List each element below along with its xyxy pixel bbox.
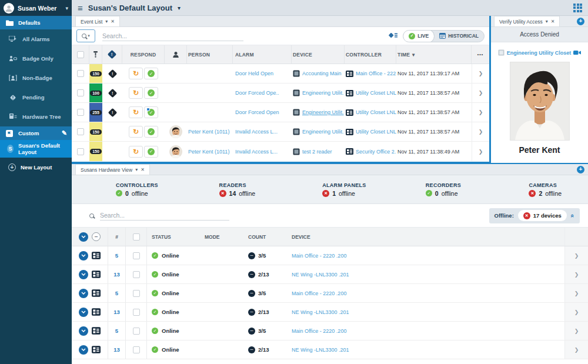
tab-dropdown-icon[interactable]: ▾ [135, 167, 138, 172]
row-expand-chevron[interactable]: ❯ [564, 322, 588, 340]
acknowledge-button[interactable]: ↻ [129, 68, 143, 79]
device-count-link[interactable]: 5 [108, 284, 126, 302]
person-column-header[interactable]: PERSON [187, 45, 233, 64]
row-expand-chevron[interactable]: ❯ [472, 64, 489, 83]
summary-cameras[interactable]: CAMERAS ✕ 2 offline [485, 182, 588, 197]
offline-filter[interactable]: Offline: ✕ 17 devices « [489, 208, 580, 223]
sidebar-item-badge-only[interactable]: Badge Only [0, 49, 72, 68]
row-checkbox[interactable] [77, 89, 84, 96]
historical-button[interactable]: HISTORICAL [434, 32, 484, 40]
offline-count-pill[interactable]: ✕ 17 devices [518, 210, 567, 221]
summary-readers[interactable]: READERS ✕ 14 offline [175, 182, 279, 197]
device-column-header[interactable]: DEVICE [292, 45, 345, 64]
count-column-header[interactable]: COUNT [247, 228, 289, 246]
alarm-column-header[interactable]: ALARM [233, 45, 292, 64]
alarm-link[interactable]: Door Held Open [233, 64, 292, 83]
apps-grid-icon[interactable] [573, 4, 582, 12]
acknowledge-button[interactable]: ↻ [129, 126, 143, 138]
device-link[interactable]: NE Wing -LNL3300 .201 [292, 347, 349, 353]
mode-column-header[interactable]: MODE [203, 228, 247, 246]
device-link[interactable]: Accounting Main [302, 71, 342, 76]
num-column-header[interactable]: # [108, 228, 126, 246]
device-link[interactable]: Main Office - 2220 .200 [292, 328, 346, 334]
live-button[interactable]: ✓ LIVE [403, 30, 434, 42]
tab-close-icon[interactable]: ✕ [551, 19, 555, 24]
sidebar-item-susans-default-layout[interactable]: S Susan's Default Layout [0, 140, 72, 158]
more-columns-button[interactable]: ••• [472, 45, 489, 64]
row-expand-chevron[interactable]: ❯ [472, 103, 489, 122]
user-dropdown-icon[interactable]: ▾ [65, 5, 68, 11]
collapse-chevron-icon[interactable]: « [569, 213, 576, 217]
alarm-link[interactable]: Door Forced Open [233, 103, 292, 122]
tab-verify-utility-access[interactable]: Verify Utility Access ▾ ✕ [494, 16, 560, 26]
row-checkbox[interactable] [133, 290, 140, 297]
add-panel-button[interactable]: + [577, 18, 584, 25]
sidebar-group-custom[interactable]: Custom ✎ [0, 126, 72, 140]
controller-column-header[interactable]: CONTROLLER [345, 45, 396, 64]
expand-row-button[interactable] [79, 345, 88, 355]
clear-button[interactable]: ✓ [144, 126, 158, 138]
expand-row-button[interactable] [79, 289, 88, 298]
device-count-link[interactable]: 5 [108, 246, 126, 265]
row-expand-chevron[interactable]: ❯ [472, 84, 489, 102]
row-checkbox[interactable] [77, 70, 84, 77]
sidebar-group-defaults[interactable]: Defaults [0, 16, 72, 29]
person-link[interactable]: Peter Kent (1011) [187, 122, 233, 141]
sidebar-item-pending[interactable]: Pending [0, 88, 72, 107]
time-column-header[interactable]: TIME ▾ [396, 45, 472, 64]
expand-all-button[interactable] [79, 232, 88, 242]
title-dropdown-icon[interactable]: ▾ [178, 5, 181, 11]
sidebar-item-new-layout[interactable]: + New Layout [0, 158, 72, 177]
device-count-link[interactable]: 13 [108, 303, 126, 321]
device-link[interactable]: NE Wing -LNL3300 .201 [292, 309, 349, 315]
state-column-header[interactable]: ! [102, 45, 122, 64]
summary-recorders[interactable]: RECORDERS ✓ 0 offline [382, 182, 485, 197]
alarm-link[interactable]: Door Forced Ope.. [233, 84, 292, 102]
row-expand-chevron[interactable]: ❯ [564, 246, 588, 265]
search-scope-button[interactable]: ▾ [76, 29, 95, 42]
row-checkbox[interactable] [77, 128, 84, 135]
alarm-link[interactable]: Invalid Access L... [233, 142, 292, 161]
filter-icon[interactable] [389, 31, 398, 41]
tab-dropdown-icon[interactable]: ▾ [105, 19, 108, 24]
acknowledge-button[interactable]: ↻ [129, 106, 143, 118]
row-checkbox[interactable] [133, 309, 140, 316]
hamburger-icon[interactable]: ≡ [78, 3, 83, 13]
select-all-checkbox[interactable] [133, 233, 140, 241]
tab-event-list[interactable]: Event List ▾ ✕ [75, 16, 120, 26]
controller-link[interactable]: Utility Closet LNL [356, 109, 396, 115]
row-checkbox[interactable] [133, 271, 140, 278]
sidebar-item-hardware-tree[interactable]: Hardware Tree [0, 107, 72, 126]
expand-row-button[interactable] [79, 251, 88, 261]
sidebar-item-non-badge[interactable]: Non-Badge [0, 68, 72, 88]
device-link[interactable]: Main Office - 2220 .200 [292, 290, 346, 296]
row-checkbox[interactable] [133, 328, 140, 335]
person-link[interactable]: Peter Kent (1011) [187, 142, 233, 161]
summary-controllers[interactable]: CONTROLLERS ✓ 0 offline [72, 182, 175, 197]
clear-button[interactable]: ✓ [144, 68, 158, 79]
event-search-input[interactable] [102, 31, 243, 41]
acknowledge-button[interactable]: ↻ [129, 87, 143, 99]
photo-column-header[interactable] [165, 45, 187, 64]
row-expand-chevron[interactable]: ❯ [564, 284, 588, 302]
tab-close-icon[interactable]: ✕ [141, 167, 145, 172]
device-count-link[interactable]: 13 [108, 340, 126, 359]
expand-row-button[interactable] [79, 326, 88, 336]
device-count-link[interactable]: 5 [108, 322, 126, 340]
row-checkbox[interactable] [133, 252, 140, 259]
row-checkbox[interactable] [77, 148, 84, 155]
controller-link[interactable]: Main Office - 222 [356, 71, 396, 76]
priority-column-header[interactable] [89, 45, 102, 64]
device-link[interactable]: test 2 reader [302, 149, 332, 155]
acknowledge-button[interactable]: ↻ [129, 146, 143, 158]
clear-button[interactable]: ✓ [144, 87, 158, 99]
expand-row-button[interactable] [79, 270, 88, 279]
device-link[interactable]: Engineering Utilit. [302, 129, 344, 135]
status-column-header[interactable]: STATUS [147, 228, 203, 246]
row-checkbox[interactable] [77, 109, 84, 116]
clear-button[interactable]: ✓ [144, 146, 158, 158]
device-link[interactable]: NE Wing -LNL3300 .201 [292, 272, 349, 278]
row-expand-chevron[interactable]: ❯ [472, 142, 489, 161]
tab-close-icon[interactable]: ✕ [111, 19, 115, 24]
edit-pencil-icon[interactable]: ✎ [62, 129, 67, 137]
